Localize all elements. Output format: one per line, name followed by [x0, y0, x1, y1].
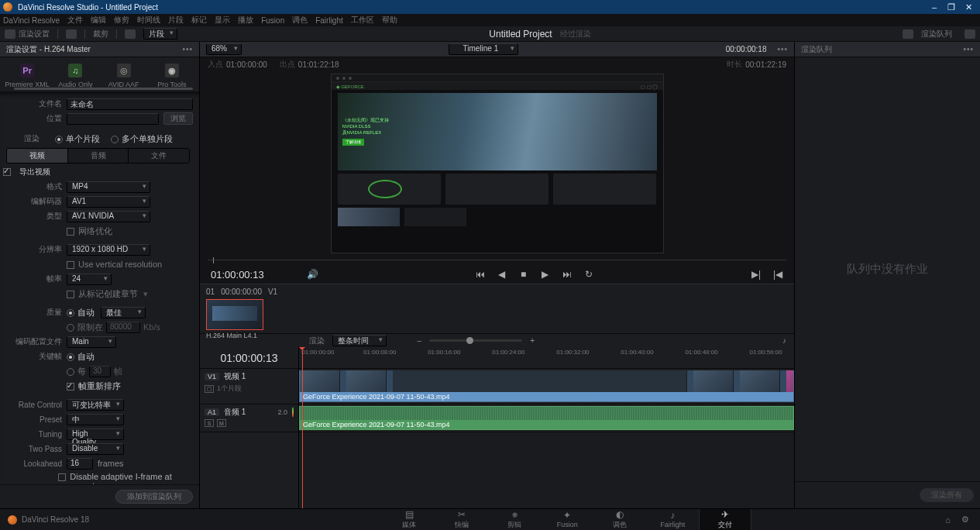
video-clip[interactable]: GeForce Experience 2021-09-07 11-50-43.m… [299, 370, 794, 402]
location-input[interactable] [67, 113, 159, 125]
preset-premiere-xml[interactable]: Pr Premiere XML [3, 64, 51, 88]
net-opt-check[interactable]: 网络优化 [67, 225, 112, 237]
browse-button[interactable]: 浏览 [163, 112, 193, 125]
queue-icon[interactable] [903, 29, 913, 39]
twopass-dropdown[interactable]: Disable [67, 443, 124, 455]
menu-item[interactable]: Fairlight [315, 16, 343, 25]
jump-next-button[interactable]: ▶| [751, 269, 762, 280]
solo-button[interactable]: S [205, 419, 214, 427]
menu-item[interactable]: 标记 [191, 15, 207, 26]
filename-input[interactable]: 未命名 [67, 98, 193, 110]
menu-item[interactable]: Fusion [261, 16, 284, 25]
video-track[interactable]: GeForce Experience 2021-09-07 11-50-43.m… [299, 369, 794, 404]
page-cut[interactable]: ✂快编 [435, 509, 488, 530]
res-dropdown[interactable]: 1920 x 1080 HD [67, 244, 150, 256]
profile-dropdown[interactable]: Main [67, 336, 116, 348]
render-all-button[interactable]: 渲染所有 [920, 488, 974, 502]
chapters-check[interactable]: 从标记创建章节 ▾ [67, 288, 148, 300]
page-media[interactable]: ▤媒体 [383, 509, 435, 530]
home-icon[interactable]: ⌂ [945, 515, 951, 525]
settings-gear-icon[interactable]: ⚙ [961, 515, 969, 525]
page-edit[interactable]: ⎈剪辑 [488, 509, 541, 530]
jump-last-button[interactable]: |◀ [772, 269, 783, 280]
limit-radio[interactable]: 限制在 [67, 322, 103, 333]
reorder-check[interactable]: 帧重新排序 [67, 380, 121, 392]
clip-icon[interactable] [125, 29, 136, 39]
lookahead-input[interactable]: 16 [67, 458, 93, 470]
vertical-res-check[interactable]: Use vertical resolution [67, 260, 162, 269]
page-color[interactable]: ◐调色 [593, 509, 646, 530]
timeline-ruler[interactable]: 01:00:00:00 01:00:08:00 01:00:16:00 01:0… [299, 347, 794, 369]
keyframe-input[interactable]: 30 [89, 366, 111, 377]
menu-item[interactable]: 编辑 [91, 15, 106, 26]
menu-item[interactable]: 显示 [215, 15, 230, 26]
tab-video[interactable]: 视频 [7, 149, 67, 163]
menu-item[interactable]: 帮助 [382, 15, 397, 26]
panel-menu-icon[interactable]: ••• [182, 45, 193, 53]
keyframe-auto-radio[interactable]: 自动 [67, 351, 95, 363]
fps-dropdown[interactable]: 24 [67, 274, 112, 285]
audio-track-header[interactable]: A1 音频 1 2.0 S M [200, 404, 298, 432]
video-track-header[interactable]: V1 视频 1 ▢ 1个片段 [200, 369, 298, 404]
timeline-body[interactable]: 01:00:00:00 01:00:08:00 01:00:16:00 01:0… [299, 347, 794, 508]
crop-label[interactable]: 裁剪 [93, 29, 108, 40]
zoom-slider[interactable] [429, 339, 522, 342]
viewer-menu-icon[interactable]: ••• [777, 45, 788, 53]
menu-item[interactable]: 调色 [292, 15, 308, 26]
audio-track[interactable]: GeForce Experience 2021-09-07 11-50-43.m… [299, 404, 794, 432]
preset-avid-aaf[interactable]: ◎ AVID AAF [100, 64, 148, 88]
preset-audio-only[interactable]: ♫ Audio Only [51, 64, 99, 88]
next-frame-button[interactable]: ⏭ [562, 269, 573, 280]
clip-mode-dropdown[interactable]: 片段 [143, 28, 177, 40]
render-clip-thumb[interactable] [206, 299, 263, 330]
zoom-dropdown[interactable]: 68% [206, 43, 242, 55]
type-dropdown[interactable]: AV1 NVIDIA [67, 211, 150, 222]
playhead[interactable] [302, 347, 303, 508]
menu-item[interactable]: 工作区 [351, 15, 374, 26]
menu-item[interactable]: 片段 [168, 15, 184, 26]
window-minimize[interactable]: – [926, 2, 943, 12]
menu-item[interactable]: 文件 [67, 15, 83, 26]
enc-preset-dropdown[interactable]: 中 [67, 414, 124, 425]
prev-frame-button[interactable]: ◀ [497, 269, 507, 280]
right-panel-menu-icon[interactable]: ••• [963, 45, 974, 53]
audio-clip[interactable]: GeForce Experience 2021-09-07 11-50-43.m… [299, 406, 794, 430]
ratectrl-dropdown[interactable]: 可变比特率 [67, 399, 124, 411]
menu-item[interactable]: 时间线 [137, 15, 160, 26]
play-button[interactable]: ▶ [540, 269, 551, 280]
codec-dropdown[interactable]: AV1 [67, 196, 150, 208]
mini-scrubber[interactable] [208, 256, 786, 265]
render-multi-radio[interactable]: 多个单独片段 [111, 133, 173, 145]
first-frame-button[interactable]: ⏮ [475, 269, 486, 280]
viewer[interactable]: ◆ GEFORCE▢ ▢ ◯ 《永劫无间》现已支持 NVIDIA DLSS 及N… [200, 71, 794, 256]
volume-icon[interactable]: 🔊 [307, 269, 318, 280]
page-fusion[interactable]: ✦Fusion [541, 509, 593, 530]
tab-file[interactable]: 文件 [128, 149, 189, 163]
menu-item[interactable]: 播放 [238, 15, 253, 26]
limit-input[interactable]: 80000 [106, 322, 140, 333]
menu-item[interactable]: DaVinci Resolve [3, 16, 60, 25]
stop-button[interactable]: ■ [518, 269, 529, 280]
menu-item[interactable]: 修剪 [114, 15, 129, 26]
timeline-name-dropdown[interactable]: Timeline 1 [449, 43, 518, 55]
render-queue-label[interactable]: 渲染队列 [921, 29, 952, 40]
page-deliver[interactable]: ✈交付 [699, 509, 751, 530]
disable-iframe-check[interactable]: Disable adaptive I-frame at scene cuts [58, 472, 193, 484]
quality-auto-radio[interactable]: 自动 [67, 307, 95, 318]
render-settings-toggle[interactable]: 渲染设置 [5, 29, 50, 40]
window-maximize[interactable]: ❐ [943, 2, 960, 12]
render-single-radio[interactable]: 单个片段 [55, 133, 100, 145]
tab-audio[interactable]: 音频 [67, 149, 129, 163]
loop-button[interactable]: ↻ [583, 269, 594, 280]
window-close[interactable]: ✕ [960, 2, 977, 12]
expand-icon[interactable] [965, 29, 975, 39]
track-lock-icon[interactable]: ▢ [205, 385, 214, 393]
quality-best-dropdown[interactable]: 最佳 [101, 307, 146, 318]
tape-icon[interactable] [66, 29, 77, 39]
tuning-dropdown[interactable]: High Quality [67, 428, 124, 440]
export-video-check[interactable]: 导出视频 [3, 167, 193, 177]
render-range-dropdown[interactable]: 整条时间线 [332, 335, 387, 346]
preset-pro-tools[interactable]: ◉ Pro Tools [148, 64, 196, 88]
keyframe-every-radio[interactable]: 每 [67, 366, 86, 377]
add-to-queue-button[interactable]: 添加到渲染队列 [115, 490, 193, 504]
